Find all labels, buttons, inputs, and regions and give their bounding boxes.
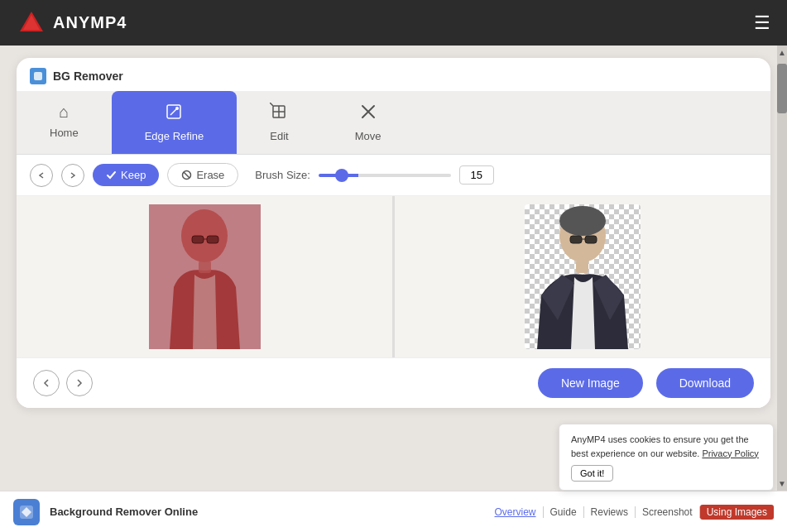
bg-remover-card: BG Remover ⌂ Home Edge Refine — [17, 58, 770, 408]
bottom-action-bar: New Image Download — [17, 357, 770, 408]
logo-area: ANYMP4 — [17, 8, 127, 38]
move-icon — [359, 103, 377, 125]
svg-rect-21 — [585, 236, 597, 243]
original-image-panel[interactable] — [17, 196, 393, 357]
cookie-banner: AnyMP4 uses cookies to ensure you get th… — [559, 424, 774, 491]
cookie-text: AnyMP4 uses cookies to ensure you get th… — [571, 433, 761, 460]
tab-edge-refine[interactable]: Edge Refine — [112, 91, 238, 154]
logo-text: ANYMP4 — [53, 13, 127, 32]
header: ANYMP4 ☰ — [0, 0, 787, 46]
keep-icon — [106, 170, 117, 180]
prev-image-button[interactable] — [33, 370, 60, 396]
brush-size-label: Brush Size: — [255, 169, 310, 181]
tab-move-label: Move — [355, 130, 382, 142]
svg-rect-17 — [199, 261, 211, 273]
toolbar-back-button[interactable] — [30, 164, 53, 187]
tab-home-label: Home — [50, 127, 79, 139]
footer-nav-screenshot[interactable]: Screenshot — [636, 506, 700, 518]
original-image — [149, 204, 261, 349]
footer-bar: Background Remover Online Overview Guide… — [0, 491, 787, 532]
logo-icon — [17, 8, 46, 38]
cookie-bottom-row: Got it! — [571, 465, 761, 482]
edge-refine-icon — [165, 103, 183, 125]
next-image-button[interactable] — [66, 370, 93, 396]
footer-nav: Overview Guide Reviews Screenshot Using … — [488, 505, 774, 520]
svg-rect-20 — [570, 236, 582, 243]
card-title-bar: BG Remover — [17, 58, 770, 91]
svg-line-8 — [270, 103, 273, 106]
result-image — [525, 204, 641, 349]
footer-nav-reviews[interactable]: Reviews — [584, 506, 636, 518]
keep-button[interactable]: Keep — [93, 164, 159, 186]
cookie-got-it-button[interactable]: Got it! — [571, 465, 613, 482]
svg-rect-14 — [192, 236, 204, 243]
brush-size-slider[interactable] — [319, 174, 451, 177]
home-icon: ⌂ — [59, 103, 69, 122]
erase-icon — [181, 170, 192, 180]
tab-edge-refine-label: Edge Refine — [145, 130, 204, 142]
tabs-bar: ⌂ Home Edge Refine — [17, 91, 770, 155]
footer-title: Background Remover Online — [50, 506, 198, 518]
scroll-down-arrow[interactable]: ▼ — [777, 477, 787, 491]
toolbar-forward-button[interactable] — [61, 164, 84, 187]
footer-nav-using-images[interactable]: Using Images — [700, 505, 774, 520]
tab-edit-label: Edit — [270, 130, 288, 142]
brush-size-value[interactable]: 15 — [459, 165, 494, 185]
footer-app-icon — [13, 499, 40, 525]
image-workspace — [17, 196, 770, 357]
footer-nav-overview[interactable]: Overview — [488, 506, 544, 518]
hamburger-icon[interactable]: ☰ — [754, 12, 770, 34]
download-button[interactable]: Download — [656, 368, 754, 398]
erase-button[interactable]: Erase — [167, 163, 238, 187]
toolbar: Keep Erase Brush Size: 15 — [17, 155, 770, 196]
result-image-panel[interactable] — [395, 196, 770, 357]
card-icon — [30, 68, 46, 84]
svg-point-4 — [175, 107, 179, 110]
bottom-nav-group — [33, 370, 93, 396]
svg-rect-23 — [576, 261, 588, 273]
footer-nav-guide[interactable]: Guide — [544, 506, 584, 518]
scroll-up-arrow[interactable]: ▲ — [777, 46, 787, 60]
edit-icon — [270, 103, 288, 125]
svg-point-19 — [559, 206, 606, 236]
scroll-thumb[interactable] — [777, 64, 787, 113]
tab-home[interactable]: ⌂ Home — [17, 91, 112, 154]
tab-edit[interactable]: Edit — [237, 91, 321, 154]
svg-line-10 — [184, 172, 190, 178]
scrollbar[interactable]: ▲ ▼ — [777, 46, 787, 491]
new-image-button[interactable]: New Image — [538, 368, 643, 398]
svg-rect-15 — [207, 236, 218, 243]
privacy-policy-link[interactable]: Privacy Policy — [702, 448, 758, 458]
svg-rect-2 — [34, 72, 42, 80]
card-title: BG Remover — [53, 69, 123, 83]
svg-point-13 — [181, 209, 228, 262]
tab-move[interactable]: Move — [322, 91, 415, 154]
cutout-person — [525, 204, 641, 349]
